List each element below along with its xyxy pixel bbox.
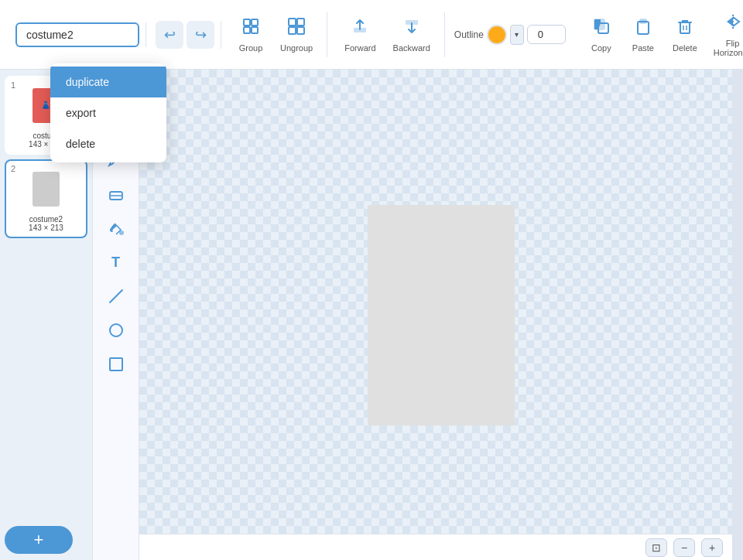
canvas-bottom-bar: ⊡ − + xyxy=(139,534,732,560)
copy-label: Copy xyxy=(591,43,611,53)
forward-icon xyxy=(351,17,369,40)
svg-line-27 xyxy=(110,290,122,302)
backward-icon xyxy=(402,17,421,40)
paste-label: Paste xyxy=(632,43,654,53)
tool-text[interactable]: T xyxy=(100,246,132,278)
svg-rect-4 xyxy=(289,19,296,26)
svg-rect-2 xyxy=(244,27,250,33)
redo-button[interactable]: ↪ xyxy=(187,21,214,49)
tool-fill[interactable] xyxy=(100,212,132,244)
zoom-out-button[interactable]: − xyxy=(673,538,695,557)
costume-name-group xyxy=(9,22,146,47)
undo-redo-group: ↩ ↪ xyxy=(149,21,221,49)
delete-icon xyxy=(676,17,694,40)
canvas-area: ⊡ − + xyxy=(139,70,743,560)
add-costume-icon: + xyxy=(34,530,44,550)
context-menu-duplicate[interactable]: duplicate xyxy=(50,67,166,97)
costume-thumb-2[interactable]: 2 costume2143 × 213 xyxy=(5,159,87,238)
ungroup-icon xyxy=(287,17,306,40)
svg-rect-0 xyxy=(244,19,250,26)
flip-h-icon xyxy=(724,12,742,36)
tool-rect[interactable] xyxy=(100,348,132,381)
backward-button[interactable]: Backward xyxy=(385,12,438,57)
svg-rect-6 xyxy=(289,27,296,34)
copy-icon xyxy=(592,17,611,40)
tool-circle[interactable] xyxy=(100,314,132,347)
layer-group: Forward Backward xyxy=(330,12,445,57)
outline-text: Outline xyxy=(454,29,484,40)
paste-icon xyxy=(634,17,652,40)
costume-1-num: 1 xyxy=(11,80,15,90)
svg-rect-20 xyxy=(33,172,60,207)
group-button[interactable]: Group xyxy=(231,12,271,57)
outline-controls: Outline ▾ xyxy=(448,25,572,45)
forward-button[interactable]: Forward xyxy=(337,12,383,57)
svg-point-26 xyxy=(119,230,124,235)
svg-rect-5 xyxy=(297,19,304,26)
svg-rect-14 xyxy=(640,19,646,23)
costume-name-input[interactable] xyxy=(15,22,139,47)
add-costume-button[interactable]: + xyxy=(5,526,73,554)
flip-h-button[interactable]: Flip Horizontal xyxy=(707,8,743,62)
costume-2-label: costume2143 × 213 xyxy=(29,215,63,232)
svg-rect-29 xyxy=(110,358,122,370)
arrange-group: Group Ungroup xyxy=(224,12,327,57)
svg-line-8 xyxy=(296,26,297,27)
tool-eraser[interactable] xyxy=(100,178,132,210)
costume-2-image xyxy=(19,166,74,212)
group-label: Group xyxy=(239,43,263,53)
svg-rect-10 xyxy=(406,20,418,25)
ungroup-label: Ungroup xyxy=(280,43,313,53)
context-menu-export[interactable]: export xyxy=(50,97,166,128)
zoom-in-button[interactable]: + xyxy=(701,538,723,557)
outline-color-picker[interactable] xyxy=(487,25,507,45)
undo-button[interactable]: ↩ xyxy=(156,21,183,49)
tool-line[interactable] xyxy=(100,280,132,312)
costume-2-num: 2 xyxy=(11,164,15,173)
outline-color-arrow[interactable]: ▾ xyxy=(510,25,524,45)
canvas-scrollbar[interactable] xyxy=(732,70,743,560)
delete-label: Delete xyxy=(673,43,697,53)
context-menu-delete[interactable]: delete xyxy=(50,128,166,159)
group-icon xyxy=(241,17,260,40)
svg-rect-1 xyxy=(252,19,258,26)
svg-rect-3 xyxy=(252,27,258,33)
text-tool-icon: T xyxy=(111,254,120,271)
edit-group: Copy Paste Delete xyxy=(575,8,743,62)
delete-button[interactable]: Delete xyxy=(665,12,705,57)
svg-rect-15 xyxy=(680,22,690,33)
forward-label: Forward xyxy=(344,43,375,53)
svg-rect-9 xyxy=(354,28,366,32)
svg-rect-7 xyxy=(297,27,304,34)
outline-width-input[interactable] xyxy=(527,25,566,44)
canvas-content xyxy=(368,205,515,425)
flip-h-label: Flip Horizontal xyxy=(714,39,743,57)
backward-label: Backward xyxy=(393,43,430,53)
copy-button[interactable]: Copy xyxy=(581,12,621,57)
context-menu: duplicate export delete xyxy=(50,63,166,162)
toolbar: ↩ ↪ Group xyxy=(0,0,743,70)
svg-point-28 xyxy=(110,324,122,336)
zoom-fit-button[interactable]: ⊡ xyxy=(645,538,667,557)
paste-button[interactable]: Paste xyxy=(623,12,663,57)
ungroup-button[interactable]: Ungroup xyxy=(272,12,320,57)
